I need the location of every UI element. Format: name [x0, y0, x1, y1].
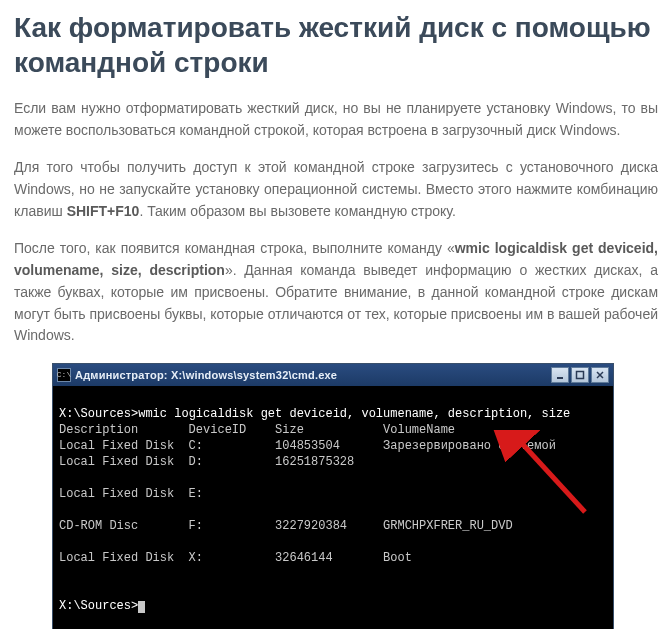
entered-command: wmic logicaldisk get deviceid, volumenam…	[138, 407, 570, 421]
output-row: Local Fixed Disk D: 16251875328	[59, 455, 354, 469]
prompt-1: X:\Sources>	[59, 407, 138, 421]
paragraph-3: После того, как появится командная строк…	[14, 238, 658, 346]
close-button[interactable]	[591, 367, 609, 383]
console-output: X:\Sources>wmic logicaldisk get deviceid…	[53, 386, 613, 629]
output-row: Local Fixed Disk C: 104853504 Зарезервир…	[59, 439, 556, 453]
output-row: Local Fixed Disk E:	[59, 487, 203, 501]
prompt-2: X:\Sources>	[59, 599, 138, 613]
paragraph-3a: После того, как появится командная строк…	[14, 240, 455, 256]
output-row: Local Fixed Disk X: 32646144 Boot	[59, 551, 412, 565]
paragraph-2: Для того чтобы получить доступ к этой ко…	[14, 157, 658, 222]
output-row: CD-ROM Disc F: 3227920384 GRMCHPXFRER_RU…	[59, 519, 513, 533]
paragraph-2b: . Таким образом вы вызовете командную ст…	[139, 203, 455, 219]
window-title: Администратор: X:\windows\system32\cmd.e…	[75, 369, 547, 381]
minimize-button[interactable]	[551, 367, 569, 383]
paragraph-1: Если вам нужно отформатировать жесткий д…	[14, 98, 658, 141]
window-buttons	[551, 367, 609, 383]
cmd-icon: C:\	[57, 368, 71, 382]
shortcut-keys: SHIFT+F10	[67, 203, 140, 219]
output-header: Description DeviceID Size VolumeName	[59, 423, 455, 437]
article-title: Как форматировать жесткий диск с помощью…	[14, 10, 658, 80]
cmd-window: C:\ Администратор: X:\windows\system32\c…	[52, 363, 614, 629]
svg-rect-1	[577, 371, 584, 378]
titlebar: C:\ Администратор: X:\windows\system32\c…	[53, 364, 613, 386]
cursor-icon	[138, 601, 145, 613]
maximize-button[interactable]	[571, 367, 589, 383]
